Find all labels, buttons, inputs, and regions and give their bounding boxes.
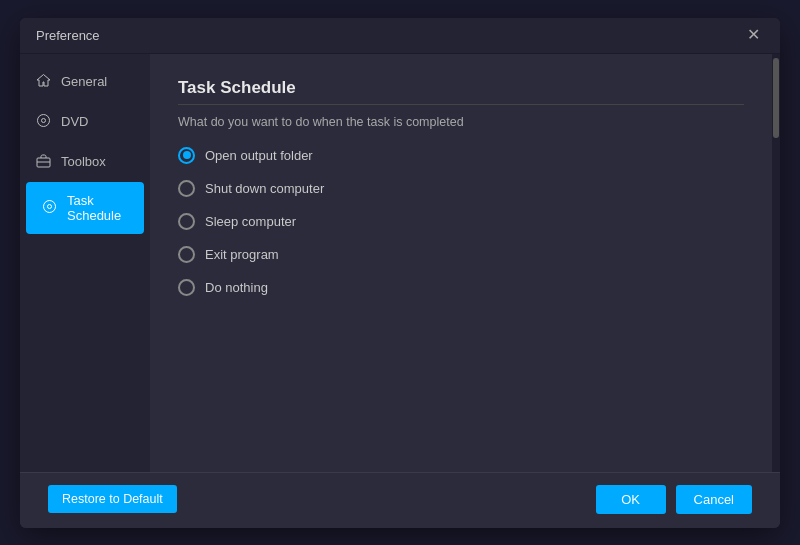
radio-do-nothing[interactable] <box>178 279 195 296</box>
sidebar: General DVD <box>20 54 150 472</box>
footer-right-buttons: OK Cancel <box>596 485 752 514</box>
radio-open-output-folder[interactable] <box>178 147 195 164</box>
restore-default-button[interactable]: Restore to Default <box>48 485 177 513</box>
home-icon <box>36 73 51 91</box>
radio-shut-down-computer[interactable] <box>178 180 195 197</box>
radio-inner-dot <box>183 151 191 159</box>
option-shut-down-computer[interactable]: Shut down computer <box>178 180 744 197</box>
title-bar: Preference ✕ <box>20 18 780 54</box>
option-do-nothing[interactable]: Do nothing <box>178 279 744 296</box>
dialog-body: General DVD <box>20 54 780 472</box>
option-label-open-output-folder: Open output folder <box>205 148 313 163</box>
svg-point-4 <box>44 200 56 212</box>
dvd-label: DVD <box>61 114 88 129</box>
sidebar-item-general[interactable]: General <box>20 62 150 102</box>
preference-dialog: Preference ✕ General <box>20 18 780 528</box>
main-content: Task Schedule What do you want to do whe… <box>150 54 772 472</box>
task-schedule-icon <box>42 199 57 217</box>
svg-point-5 <box>48 204 52 208</box>
radio-sleep-computer[interactable] <box>178 213 195 230</box>
dialog-title: Preference <box>36 28 100 43</box>
dvd-icon <box>36 113 51 131</box>
toolbox-icon <box>36 153 51 171</box>
option-exit-program[interactable]: Exit program <box>178 246 744 263</box>
option-label-do-nothing: Do nothing <box>205 280 268 295</box>
task-schedule-label: Task Schedule <box>67 193 128 223</box>
cancel-button[interactable]: Cancel <box>676 485 752 514</box>
svg-point-1 <box>42 118 46 122</box>
ok-button[interactable]: OK <box>596 485 666 514</box>
sidebar-item-dvd[interactable]: DVD <box>20 102 150 142</box>
section-divider <box>178 104 744 105</box>
option-open-output-folder[interactable]: Open output folder <box>178 147 744 164</box>
radio-options-list: Open output folder Shut down computer Sl… <box>178 147 744 296</box>
sidebar-item-task-schedule[interactable]: Task Schedule <box>26 182 144 234</box>
radio-exit-program[interactable] <box>178 246 195 263</box>
option-label-sleep-computer: Sleep computer <box>205 214 296 229</box>
footer: Restore to Default OK Cancel <box>20 472 780 528</box>
scrollbar-thumb[interactable] <box>773 58 779 138</box>
section-description: What do you want to do when the task is … <box>178 115 744 129</box>
sidebar-item-toolbox[interactable]: Toolbox <box>20 142 150 182</box>
section-title: Task Schedule <box>178 78 744 98</box>
option-sleep-computer[interactable]: Sleep computer <box>178 213 744 230</box>
general-label: General <box>61 74 107 89</box>
scrollbar-track <box>772 54 780 472</box>
toolbox-label: Toolbox <box>61 154 106 169</box>
option-label-shut-down-computer: Shut down computer <box>205 181 324 196</box>
option-label-exit-program: Exit program <box>205 247 279 262</box>
svg-point-0 <box>38 114 50 126</box>
close-button[interactable]: ✕ <box>743 25 764 45</box>
